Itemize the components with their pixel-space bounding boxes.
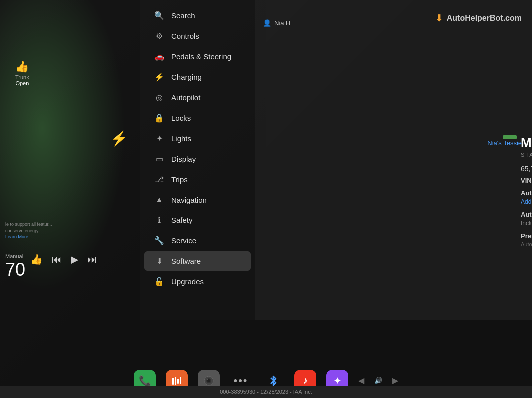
display-icon: ▭ [154, 154, 164, 164]
play-button[interactable]: ▶ [71, 253, 78, 265]
bottom-message: le to support all featur... conserve ene… [5, 221, 75, 240]
thumbs-up-icon[interactable]: 👍 [30, 253, 43, 265]
speed-value: 70 [5, 259, 25, 280]
manual-label: Manual [5, 253, 25, 259]
menu-item-locks[interactable]: 🔒 Locks [144, 108, 251, 128]
upgrades-label: Upgrades [171, 277, 204, 286]
menu-item-search[interactable]: 🔍 Search [144, 6, 251, 25]
premium-renewal: Auto renewal Dec 21, 2022 [521, 241, 532, 247]
safety-label: Safety [171, 216, 193, 224]
music-controls: 👍 ⏮ ▶ ⏭ [30, 253, 97, 265]
trunk-icon: 👍 [15, 60, 29, 73]
charging-label: Charging [171, 73, 202, 81]
svg-point-20 [207, 379, 208, 380]
tesla-screen: 👍 Trunk Open ⚡ le to support all featur.… [0, 0, 532, 398]
service-label: Service [171, 236, 196, 245]
car-variant: Standard Plus [521, 152, 532, 158]
locks-icon: 🔒 [154, 113, 164, 123]
car-model: Model 3 [521, 135, 532, 151]
car-vin: VIN 5YJ3E1EA2KF415704 [521, 177, 532, 184]
speed-display: Manual 70 [5, 253, 25, 280]
volume-icon: 🔊 [374, 377, 382, 384]
locks-label: Locks [171, 114, 191, 122]
autopilot-pkg-label: Autopilot ⓘ [521, 210, 532, 219]
user-area: 👤 Nia H [255, 15, 298, 31]
left-panel: 👍 Trunk Open ⚡ le to support all featur.… [0, 0, 140, 320]
trips-icon: ⎇ [154, 175, 164, 184]
svg-point-19 [207, 379, 210, 382]
menu-item-upgrades[interactable]: 🔓 Upgrades [144, 272, 251, 291]
software-icon: ⬇ [154, 256, 164, 266]
lights-label: Lights [171, 134, 191, 143]
additional-info-link[interactable]: Additional Vehicle Information [521, 198, 532, 205]
menu-item-lights[interactable]: ✦ Lights [144, 129, 251, 148]
search-menu-icon: 🔍 [154, 11, 164, 20]
trunk-label: Trunk [15, 74, 29, 80]
menu-item-autopilot[interactable]: ◎ Autopilot [144, 88, 251, 107]
svg-rect-15 [177, 379, 179, 384]
navigation-label: Navigation [171, 196, 207, 204]
menu-item-safety[interactable]: ℹ Safety [144, 210, 251, 230]
battery-indicator [503, 135, 517, 139]
autopilot-label: Autopilot [171, 93, 200, 102]
menu-item-navigation[interactable]: ▲ Navigation [144, 190, 251, 209]
user-icon: 👤 [263, 19, 271, 27]
controls-label: Controls [171, 32, 199, 40]
menu-item-controls[interactable]: ⚙ Controls [144, 26, 251, 46]
prev-button[interactable]: ⏮ [52, 254, 62, 265]
safety-icon: ℹ [154, 215, 164, 225]
chevron-right-btn[interactable]: ▶ [392, 376, 398, 385]
pedals-label: Pedals & Steering [171, 52, 231, 61]
watermark-download-icon: ⬇ [435, 13, 443, 24]
caption-text: 000-38395930 - 12/28/2023 - IAA Inc. [220, 389, 312, 395]
pedals-icon: 🚗 [154, 52, 164, 61]
menu-item-software[interactable]: ⬇ Software [144, 251, 251, 271]
right-panel: 👤 Nia H ⬇ AutoHelperBot.com [255, 0, 532, 320]
autopilot-icon: ◎ [154, 93, 164, 102]
menu-item-display[interactable]: ▭ Display [144, 149, 251, 169]
car-info: Model 3 Standard Plus 65,769 mi VIN 5YJ3… [521, 135, 532, 247]
car-nickname[interactable]: Nia's Tessie [487, 139, 522, 147]
learn-more-link[interactable]: Learn More [5, 234, 75, 240]
trunk-status: Open [15, 80, 29, 86]
menu-item-service[interactable]: 🔧 Service [144, 231, 251, 250]
menu-item-pedals[interactable]: 🚗 Pedals & Steering [144, 47, 251, 66]
next-button[interactable]: ⏭ [87, 254, 97, 265]
svg-rect-16 [180, 377, 181, 384]
premium-con-label: Premium Connectivity ⓘ [521, 232, 532, 240]
software-label: Software [171, 257, 201, 265]
lights-icon: ✦ [154, 134, 164, 143]
car-image-area [521, 33, 532, 133]
service-icon: 🔧 [154, 236, 164, 245]
display-label: Display [171, 155, 196, 163]
trunk-indicator: 👍 Trunk Open [15, 60, 29, 86]
watermark: ⬇ AutoHelperBot.com [435, 13, 522, 24]
navigation-icon: ▲ [154, 195, 164, 204]
car-mileage: 65,769 mi [521, 165, 532, 173]
controls-icon: ⚙ [154, 31, 164, 41]
menu-item-trips[interactable]: ⎇ Trips [144, 170, 251, 189]
lightning-icon: ⚡ [110, 130, 128, 147]
volume-area: 🔊 [374, 377, 382, 384]
svg-rect-14 [175, 377, 176, 385]
menu-item-charging[interactable]: ⚡ Charging [144, 67, 251, 87]
chevron-left-btn[interactable]: ◀ [358, 376, 364, 385]
bottom-caption: 000-38395930 - 12/28/2023 - IAA Inc. [0, 386, 532, 398]
autopilot-computer-label: Autopilot Computer: Full self-driving co… [521, 189, 532, 197]
autopilot-pkg-sub: Included package [521, 220, 532, 227]
charging-icon: ⚡ [154, 72, 164, 82]
settings-menu: 🔍 Search ⚙ Controls 🚗 Pedals & Steering … [140, 0, 255, 320]
search-menu-label: Search [171, 11, 195, 20]
svg-rect-13 [172, 378, 174, 385]
user-name: Nia H [274, 19, 291, 27]
upgrades-icon: 🔓 [154, 277, 164, 286]
trips-label: Trips [171, 175, 188, 184]
watermark-text: AutoHelperBot.com [447, 14, 522, 23]
